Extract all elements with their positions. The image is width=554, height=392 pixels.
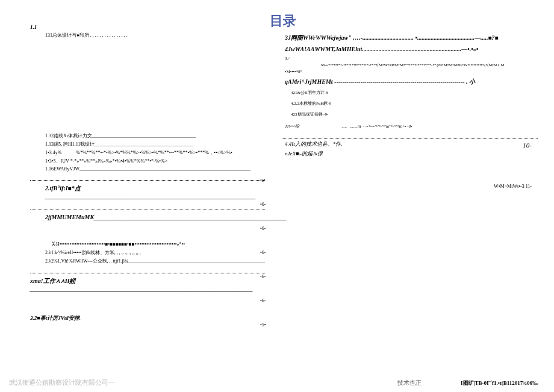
- spacer-2: [30, 296, 265, 311]
- toc-item-116: 1.16EWAffyVJW___________________________…: [30, 166, 265, 172]
- marker-6d: -6-: [260, 265, 265, 289]
- blank-gap: [30, 40, 265, 131]
- toc-item-xmat: xma!工作∧∧H蚓______________________________…: [30, 277, 265, 292]
- toc-item-jj: JJ!^^^投 ....、.......iii・-•*•-•'*'*-'*'ii…: [270, 123, 538, 129]
- toc-item-wm: W•M>MtWt•-3 11-: [270, 184, 538, 189]
- toc-item-423: 423朋品保证揣铮.-9•: [270, 111, 538, 117]
- marker-5: •5•: [260, 313, 265, 337]
- toc-item-44: 4.4It入的技术也备、*件.: [270, 140, 538, 148]
- marker-6e: •6-: [260, 289, 265, 313]
- divider-line-3: [30, 266, 265, 273]
- footer-tech: 技术也正: [397, 379, 422, 387]
- toc-item-2l2: 2.λ2%1.Vh!%JlWllW—公众制, ,. ttjf1.β¼______…: [30, 258, 265, 264]
- toc-item-2l1: 2.λ1.k^|%ir±If•••••韵&线林、方米, , , ,. ., .,…: [30, 249, 265, 256]
- toc-item-32: 3.2■事t计厉JVtd安排.: [30, 314, 265, 322]
- marker-6b: •6-: [260, 217, 265, 241]
- toc-item-135: 1•3•5、IUV *-*»**»%**»J%»%»*•%•4•%%*%%**•…: [30, 158, 265, 164]
- toc-item-3l: 3./: [270, 56, 538, 61]
- left-page: 1.1 131总体设计与●印所 . . . . . . . . . . . . …: [30, 24, 265, 326]
- toc-item-131: 131总体设计与●印所 . . . . . . . . . . . . . . …: [30, 32, 265, 39]
- marker-6a: •6-: [260, 193, 265, 217]
- divider-right: [282, 131, 538, 138]
- toc-item-3j: 3J网圄WWrWWWejwjaw" ,…-...................…: [270, 34, 538, 42]
- divider-line: [30, 173, 265, 181]
- toc-item-134y: 1•3.4y% %*%**%**•-*•%>•%*%%*%>•%%>•%*%**…: [30, 149, 265, 156]
- footer-code: I图旷|TB-θΓʻf1.•t(B112017¾06‰: [461, 379, 538, 387]
- divider-line-2: [30, 203, 265, 210]
- toc-item-nj: nJeX■»的婼Jk保: [270, 150, 538, 158]
- toc-item-421: 421&公R明年力计-8: [270, 90, 538, 96]
- toc-title: 目录: [270, 12, 538, 30]
- marker-s: •s•: [260, 169, 265, 193]
- toc-item-qa: qAMri^JrjMHEMt -------------------------…: [270, 78, 538, 86]
- section-1-1: 1.1: [30, 24, 265, 30]
- toc-item-m: M-»*•*•••*•-••*••*•••*•*••*-•**•(M•W!M•M…: [270, 63, 538, 67]
- toc-item-2jj: 2jjMMUMEMuMK____________________________…: [30, 214, 265, 220]
- toc-item-m8: •M••••*8°: [270, 69, 538, 74]
- toc-item-4jw: 4JwWΛ!ΛΛWWMT,JaMHElut...................…: [270, 46, 538, 52]
- toc-item-422: 4.2.2本标艘的PqH标-9: [270, 101, 538, 107]
- spacer: [30, 224, 265, 239]
- toc-item-gh: 关H•••••••••••••••••••••••••••■•■■■■■■•■■…: [30, 241, 265, 247]
- right-page: 目录 3J网圄WWrWWWejwjaw" ,…-................…: [270, 12, 538, 189]
- toc-item-132: 1.32路线Xi体我计力文___________________________…: [30, 132, 265, 139]
- page-markers: •s• •6- •6- •6- -6- •6- •5•: [260, 169, 265, 337]
- footer-company: 武汉衡通公路勘察设计院有限公司一: [9, 378, 115, 387]
- spacer-r: [270, 160, 538, 184]
- page-num-10: 10-: [523, 142, 532, 149]
- toc-item-2: 2.tfB°if:I■*点___________________________…: [30, 184, 265, 199]
- marker-6c: •6-: [260, 241, 265, 265]
- toc-item-113: 1.13踢5, 跨lil1.11我设计_____________________…: [30, 141, 265, 148]
